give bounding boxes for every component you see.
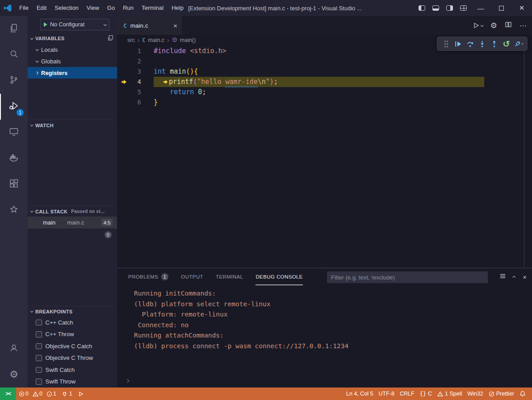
menu-edit[interactable]: Edit bbox=[33, 0, 50, 16]
panel-tab-debug-console[interactable]: DEBUG CONSOLE bbox=[256, 268, 303, 285]
close-panel-icon[interactable]: × bbox=[523, 273, 527, 281]
error-icon bbox=[19, 391, 25, 397]
sidebar-item-docker[interactable] bbox=[0, 146, 28, 171]
notifications-button[interactable] bbox=[517, 388, 532, 400]
accounts-button[interactable] bbox=[0, 336, 28, 362]
toggle-sidebar-icon[interactable] bbox=[419, 5, 425, 11]
eol-indicator[interactable]: CRLF bbox=[397, 388, 417, 400]
remote-indicator[interactable]: >< bbox=[0, 388, 16, 400]
variables-section-header[interactable]: VARIABLES bbox=[28, 33, 117, 44]
collapse-all-icon[interactable] bbox=[107, 35, 113, 42]
breakpoint-item[interactable]: Swift Throw bbox=[28, 376, 117, 388]
code-line-2[interactable]: 2 bbox=[117, 56, 532, 67]
menu-view[interactable]: View bbox=[83, 0, 103, 16]
menu-selection[interactable]: Selection bbox=[50, 0, 82, 16]
maximize-panel-icon[interactable] bbox=[512, 275, 515, 279]
breadcrumb-folder[interactable]: src bbox=[127, 37, 135, 43]
code-line-3[interactable]: 3int main(){ bbox=[117, 67, 532, 77]
step-out-icon bbox=[490, 40, 498, 48]
start-debug-icon[interactable] bbox=[44, 22, 47, 27]
code-editor[interactable]: 1#include <stdio.h>23int main(){4 printf… bbox=[117, 46, 532, 268]
breakpoint-item[interactable]: Objective C Throw bbox=[28, 352, 117, 364]
gear-icon: ⚙ bbox=[9, 370, 18, 379]
code-line-4[interactable]: 4 printf("hello wamr-ide\n"); bbox=[117, 77, 532, 87]
step-into-icon bbox=[478, 40, 486, 48]
sidebar-item-extensions[interactable] bbox=[0, 171, 28, 197]
filter-lines-icon[interactable] bbox=[499, 273, 506, 281]
breakpoint-item[interactable]: C++ Catch bbox=[28, 317, 117, 329]
step-into-button[interactable] bbox=[476, 38, 488, 50]
code-line-5[interactable]: 5 return 0; bbox=[117, 87, 532, 97]
close-tab-icon[interactable]: × bbox=[173, 22, 177, 29]
sidebar-item-source-control[interactable] bbox=[0, 68, 28, 94]
sidebar-item-remote-explorer[interactable] bbox=[0, 120, 28, 146]
gear-icon[interactable]: ⚙ bbox=[490, 22, 497, 29]
debug-status[interactable] bbox=[75, 388, 86, 400]
callstack-section-header[interactable]: CALL STACK Paused on st... bbox=[28, 206, 117, 217]
instruction-pointer-icon bbox=[162, 79, 169, 85]
breakpoint-checkbox[interactable] bbox=[36, 331, 42, 338]
variables-item-locals[interactable]: Locals bbox=[28, 44, 117, 55]
maximize-button[interactable] bbox=[491, 0, 511, 16]
debug-config-dropdown[interactable]: No Configurat bbox=[40, 19, 109, 30]
tab-main-c[interactable]: C main.c × bbox=[117, 16, 182, 35]
toggle-secondary-sidebar-icon[interactable] bbox=[446, 5, 453, 11]
restart-button[interactable]: ↺ bbox=[500, 38, 512, 50]
breakpoint-item[interactable]: C++ Throw bbox=[28, 329, 117, 341]
encoding-indicator[interactable]: UTF-8 bbox=[376, 388, 397, 400]
sidebar-item-search[interactable] bbox=[0, 42, 28, 68]
cursor-position[interactable]: Ln 4, Col 5 bbox=[343, 388, 376, 400]
breakpoint-checkbox[interactable] bbox=[36, 320, 42, 326]
breadcrumb-file[interactable]: main.c bbox=[148, 37, 164, 43]
menu-run[interactable]: Run bbox=[119, 0, 138, 16]
toggle-panel-icon[interactable] bbox=[432, 5, 439, 11]
step-out-button[interactable] bbox=[488, 38, 500, 50]
line-number: 4 bbox=[130, 77, 141, 87]
minimize-button[interactable]: — bbox=[470, 0, 491, 16]
debug-sidebar: No Configurat VARIABLES Locals Globals R… bbox=[28, 16, 117, 388]
problems-status[interactable]: 0 0 1 bbox=[16, 388, 59, 400]
sidebar-item-run-debug[interactable]: 1 bbox=[0, 94, 28, 120]
circle-slash-icon bbox=[489, 391, 494, 397]
settings-button[interactable]: ⚙ bbox=[0, 362, 28, 388]
callstack-frame-row[interactable]: main main.c 4:5 bbox=[28, 217, 117, 229]
close-button[interactable]: ✕ bbox=[511, 0, 532, 16]
more-actions-icon[interactable]: ⋯ bbox=[519, 21, 527, 30]
breakpoint-checkbox[interactable] bbox=[36, 355, 42, 361]
split-editor-icon[interactable] bbox=[505, 21, 512, 30]
platform-indicator[interactable]: Win32 bbox=[465, 388, 486, 400]
panel-tab-output[interactable]: OUTPUT bbox=[181, 268, 203, 285]
console-filter-input[interactable] bbox=[327, 271, 488, 283]
sidebar-item-favorites[interactable] bbox=[0, 197, 28, 223]
spell-status[interactable]: 1 Spell bbox=[435, 388, 465, 400]
sidebar-item-explorer[interactable] bbox=[0, 16, 28, 42]
debug-console-input[interactable] bbox=[117, 374, 532, 388]
breadcrumb-symbol[interactable]: main() bbox=[180, 37, 196, 43]
debug-console-output[interactable]: Running initCommands:(lldb) platform sel… bbox=[117, 285, 532, 374]
customize-layout-icon[interactable] bbox=[460, 5, 467, 11]
watch-section-header[interactable]: WATCH bbox=[28, 120, 117, 130]
continue-button[interactable] bbox=[452, 38, 464, 50]
step-over-button[interactable] bbox=[464, 38, 476, 50]
ports-status[interactable]: 1 bbox=[59, 388, 75, 400]
variables-item-globals[interactable]: Globals bbox=[28, 55, 117, 67]
disconnect-button[interactable] bbox=[512, 38, 524, 50]
bottom-panel: PROBLEMS1OUTPUTTERMINALDEBUG CONSOLE × R… bbox=[117, 268, 532, 388]
editor-scrollbar[interactable] bbox=[524, 48, 524, 267]
breakpoints-section-header[interactable]: BREAKPOINTS bbox=[28, 306, 117, 317]
language-mode[interactable]: {} C bbox=[417, 388, 435, 400]
variables-item-registers[interactable]: Registers bbox=[28, 67, 117, 79]
menu-file[interactable]: File bbox=[15, 0, 33, 16]
panel-tab-problems[interactable]: PROBLEMS1 bbox=[128, 268, 168, 285]
debug-toolbar-drag-handle[interactable] bbox=[440, 38, 452, 50]
code-line-6[interactable]: 6} bbox=[117, 97, 532, 108]
run-or-debug-button[interactable] bbox=[473, 22, 483, 29]
breakpoint-checkbox[interactable] bbox=[36, 379, 42, 385]
panel-tab-terminal[interactable]: TERMINAL bbox=[216, 268, 243, 285]
breakpoint-checkbox[interactable] bbox=[36, 343, 42, 350]
breakpoint-checkbox[interactable] bbox=[36, 367, 42, 373]
breakpoint-item[interactable]: Objective C Catch bbox=[28, 340, 117, 352]
formatter-status[interactable]: Prettier bbox=[486, 388, 517, 400]
menu-go[interactable]: Go bbox=[103, 0, 119, 16]
breakpoint-item[interactable]: Swift Catch bbox=[28, 364, 117, 376]
